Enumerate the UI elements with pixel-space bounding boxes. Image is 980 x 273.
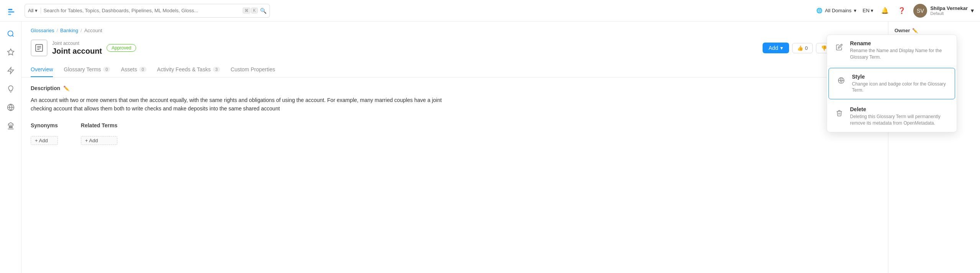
svg-point-3	[8, 31, 13, 36]
tab-glossary-count: 0	[103, 67, 110, 72]
owner-edit-icon[interactable]: ✏️	[912, 28, 918, 33]
domain-chevron: ▾	[854, 8, 857, 13]
search-icon: 🔍	[260, 8, 266, 14]
description-text: An account with two or more owners that …	[31, 96, 452, 113]
rename-icon	[833, 41, 845, 53]
main-content: Description ✏️ An account with two or mo…	[21, 77, 888, 153]
thumbsup-icon: 👍	[797, 45, 803, 51]
svg-marker-4	[7, 49, 14, 55]
avatar: SV	[913, 4, 927, 18]
rename-title: Rename	[850, 40, 950, 46]
tab-activity-feeds[interactable]: Activity Feeds & Tasks 3	[157, 62, 220, 77]
search-bar[interactable]: All ▾ ⌘ K 🔍	[25, 4, 270, 18]
add-chevron-icon: ▾	[780, 45, 783, 51]
style-title: Style	[852, 74, 949, 80]
search-type-chevron: ▾	[35, 8, 38, 13]
upvote-button[interactable]: 👍 0	[792, 43, 812, 53]
dropdown-menu: Rename Rename the Name and Display Name …	[827, 35, 957, 132]
tab-activity-count: 3	[213, 67, 220, 72]
tab-assets-label: Assets	[121, 66, 137, 72]
svg-rect-1	[8, 11, 14, 12]
add-synonym-button[interactable]: + Add	[31, 136, 58, 145]
notifications-icon[interactable]: 🔔	[880, 5, 890, 16]
style-icon	[835, 74, 847, 87]
search-shortcut: ⌘ K	[243, 8, 258, 13]
sidebar-icon-search[interactable]	[3, 26, 18, 41]
style-desc: Change icon and badge color for the Glos…	[852, 81, 949, 94]
user-name: Shilpa Vernekar	[930, 5, 968, 11]
page-header: Joint account Joint account Approved Add…	[21, 36, 888, 56]
thumbsdown-icon: 👎	[821, 45, 827, 51]
app-logo[interactable]	[6, 4, 20, 18]
dropdown-style-item[interactable]: Style Change icon and badge color for th…	[829, 68, 955, 100]
sidebar-icon-globe[interactable]	[3, 100, 18, 115]
breadcrumb-current: Account	[84, 28, 102, 33]
description-edit-icon[interactable]: ✏️	[63, 86, 69, 91]
sidebar-icon-star[interactable]	[3, 44, 18, 60]
description-title: Description	[31, 85, 60, 91]
shortcut-k: K	[251, 8, 258, 13]
page-icon	[31, 39, 48, 56]
sidebar-icon-lightbulb[interactable]	[3, 81, 18, 97]
svg-marker-5	[8, 67, 13, 74]
upvote-count: 0	[805, 45, 807, 51]
lang-chevron: ▾	[871, 8, 873, 13]
related-terms-section: Related Terms + Add	[81, 122, 117, 145]
domain-label: All Domains	[825, 8, 851, 13]
tab-custom-label: Custom Properties	[231, 66, 275, 72]
user-profile[interactable]: SV Shilpa Vernekar Default ▾	[913, 4, 974, 18]
delete-desc: Deleting this Glossary Term will permane…	[850, 113, 950, 127]
user-chevron: ▾	[971, 7, 974, 14]
help-icon[interactable]: ❓	[896, 5, 907, 16]
sidebar-icon-bolt[interactable]	[3, 63, 18, 78]
owner-label: Owner	[894, 28, 910, 33]
tab-activity-label: Activity Feeds & Tasks	[157, 66, 211, 72]
status-badge: Approved	[107, 44, 136, 52]
tab-overview[interactable]: Overview	[31, 62, 53, 77]
sidebar-icon-bank[interactable]	[3, 118, 18, 133]
lang-label: EN	[863, 8, 870, 13]
page-title: Joint account	[52, 47, 102, 56]
search-input[interactable]	[43, 8, 240, 13]
tab-overview-label: Overview	[31, 66, 53, 72]
search-type-label: All	[28, 8, 33, 13]
top-navigation: All ▾ ⌘ K 🔍 🌐 All Domains ▾ EN ▾ 🔔 ❓ SV …	[0, 0, 980, 21]
language-selector[interactable]: EN ▾	[863, 8, 874, 13]
tab-assets[interactable]: Assets 0	[121, 62, 146, 77]
delete-icon	[833, 107, 845, 119]
tab-glossary-terms[interactable]: Glossary Terms 0	[64, 62, 110, 77]
user-role: Default	[930, 11, 968, 16]
globe-icon: 🌐	[816, 8, 822, 13]
breadcrumb-glossaries[interactable]: Glossaries	[31, 28, 54, 33]
nav-right: 🌐 All Domains ▾ EN ▾ 🔔 ❓ SV Shilpa Verne…	[816, 4, 974, 18]
dropdown-rename-item[interactable]: Rename Rename the Name and Display Name …	[827, 35, 957, 66]
left-sidebar	[0, 21, 21, 273]
related-terms-title: Related Terms	[81, 122, 117, 128]
add-related-term-button[interactable]: + Add	[81, 136, 117, 145]
synonyms-section: Synonyms + Add	[31, 122, 58, 145]
synonyms-title: Synonyms	[31, 122, 58, 128]
page-subtitle: Joint account	[52, 41, 102, 46]
tab-glossary-label: Glossary Terms	[64, 66, 101, 72]
delete-title: Delete	[850, 106, 950, 112]
svg-rect-0	[8, 9, 12, 10]
tab-custom-properties[interactable]: Custom Properties	[231, 62, 275, 77]
svg-rect-2	[8, 14, 11, 15]
add-button[interactable]: Add ▾	[763, 43, 789, 53]
breadcrumb-banking[interactable]: Banking	[60, 28, 78, 33]
domain-selector[interactable]: 🌐 All Domains ▾	[816, 8, 856, 13]
dropdown-delete-item[interactable]: Delete Deleting this Glossary Term will …	[827, 101, 957, 132]
tabs-row: Overview Glossary Terms 0 Assets 0 Activ…	[21, 62, 888, 77]
rename-desc: Rename the Name and Display Name for the…	[850, 48, 950, 61]
content-area: Glossaries / Banking / Account Joint acc…	[21, 21, 888, 273]
shortcut-cmd: ⌘	[243, 8, 250, 13]
breadcrumb: Glossaries / Banking / Account	[21, 21, 888, 36]
search-type-dropdown[interactable]: All ▾	[28, 8, 41, 13]
tab-assets-count: 0	[139, 67, 146, 72]
